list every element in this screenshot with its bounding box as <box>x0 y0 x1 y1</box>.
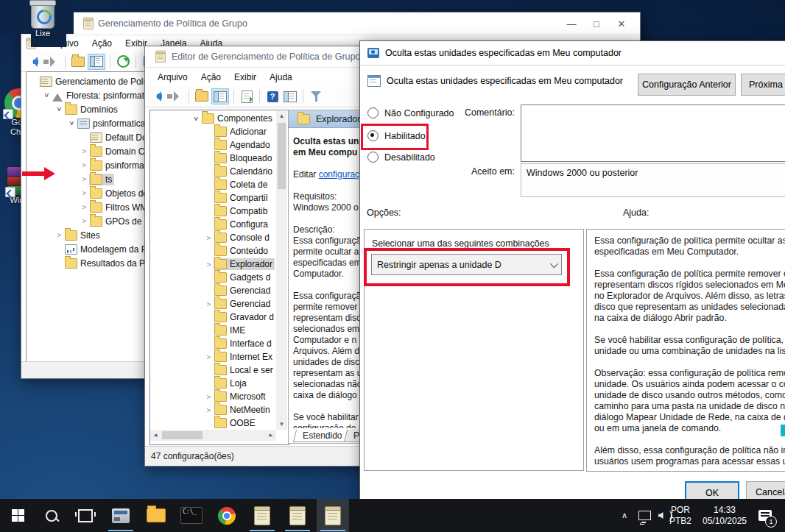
taskbar-file-explorer[interactable] <box>140 499 172 532</box>
expand-arrow-icon[interactable]: > <box>204 393 214 401</box>
refresh-button[interactable] <box>115 54 131 69</box>
tray-language[interactable]: POR PTB2 <box>663 499 698 532</box>
expand-arrow-icon[interactable]: > <box>68 118 76 128</box>
taskbar-command-prompt[interactable]: C:\_ <box>175 499 208 532</box>
taskbar-chrome[interactable] <box>211 499 243 532</box>
tree-item[interactable]: Compartil <box>150 191 289 205</box>
tree-item[interactable]: > Console d <box>150 231 289 244</box>
expand-arrow-icon[interactable]: > <box>80 203 89 211</box>
back-button[interactable] <box>150 89 166 104</box>
next-setting-button[interactable]: Próxima Configuração <box>741 74 785 96</box>
tab-estendido[interactable]: Estendido <box>293 430 352 442</box>
expand-arrow-icon[interactable]: > <box>204 260 214 269</box>
forward-button[interactable] <box>44 54 60 69</box>
expand-arrow-icon[interactable]: > <box>204 234 214 242</box>
tree-item[interactable]: Agendado <box>150 138 289 152</box>
tree-item[interactable]: Conteúdo <box>150 244 289 258</box>
radio-disabled[interactable]: Desabilitado <box>367 152 435 163</box>
tree-item-icon <box>90 216 102 227</box>
expand-arrow-icon[interactable]: > <box>80 161 89 169</box>
tree-item[interactable]: IME <box>150 324 289 337</box>
tree-item-label: Gravador d <box>230 312 274 322</box>
expand-arrow-icon[interactable]: > <box>55 104 63 114</box>
tree-item[interactable]: Interface d <box>150 337 289 350</box>
tree-item[interactable]: Local e ser <box>150 363 289 377</box>
drive-restriction-combobox[interactable]: Restringir apenas a unidade D <box>371 254 562 275</box>
tree-item[interactable]: Gerenciad <box>150 284 289 297</box>
taskbar-gp-editor-active[interactable] <box>317 499 349 532</box>
menu-item[interactable]: Ação <box>194 70 228 85</box>
standard-view-button[interactable] <box>282 89 298 104</box>
radio-icon[interactable] <box>367 107 379 118</box>
up-folder-button[interactable] <box>194 89 210 104</box>
tray-notifications[interactable]: 1 <box>754 499 776 532</box>
close-button[interactable]: ✕ <box>609 18 634 29</box>
tray-chevron[interactable]: ∧ <box>617 499 632 532</box>
dialog-titlebar[interactable]: Oculta estas unidades especificadas em M… <box>360 41 785 65</box>
taskbar-gp-editor[interactable] <box>281 499 314 532</box>
expand-arrow-icon[interactable]: > <box>204 406 214 414</box>
tree-item[interactable]: Gadgets d <box>150 271 289 284</box>
menu-item[interactable]: Ajuda <box>263 70 299 85</box>
expand-arrow-icon[interactable]: > <box>192 114 200 124</box>
expand-arrow-icon[interactable]: > <box>204 300 214 308</box>
tree-item[interactable]: Adicionar <box>150 125 289 138</box>
settings-count: 47 configuração(ões) <box>151 451 234 461</box>
expand-arrow-icon[interactable]: > <box>80 175 89 183</box>
tree-item-label: Bloqueado <box>230 153 272 163</box>
forward-button[interactable] <box>168 89 184 104</box>
tray-network[interactable] <box>635 499 654 532</box>
comment-textarea[interactable] <box>521 104 785 162</box>
minimize-button[interactable]: — <box>559 18 584 29</box>
expand-arrow-icon[interactable]: > <box>80 217 89 225</box>
tree-item[interactable]: OOBE <box>150 416 289 430</box>
tree-item-icon <box>214 180 227 190</box>
tree-item[interactable]: > Microsoft <box>150 390 289 403</box>
horizontal-scrollbar[interactable]: ◄ ► <box>150 430 276 441</box>
show-console-tree-button[interactable] <box>211 88 229 104</box>
tree-item[interactable]: > Gerenciad <box>150 297 289 311</box>
filter-button[interactable] <box>308 89 324 104</box>
tree-item[interactable]: > Internet Ex <box>150 350 289 363</box>
tree-item[interactable]: > Explorador <box>150 258 289 271</box>
taskbar-server-manager[interactable] <box>105 499 137 532</box>
task-view-button[interactable] <box>69 499 102 532</box>
tree-item[interactable]: > NetMeetin <box>150 403 289 416</box>
menu-item[interactable]: Ação <box>85 36 119 51</box>
expand-arrow-icon[interactable]: > <box>54 231 64 239</box>
scrollbar-thumb[interactable] <box>781 425 785 436</box>
radio-enabled[interactable]: Habilitado <box>367 130 426 141</box>
tree-item-label: Objetos de <box>105 188 148 199</box>
tree-item[interactable]: > Componentes <box>150 112 289 125</box>
expand-arrow-icon[interactable]: > <box>204 353 214 361</box>
expand-arrow-icon[interactable]: > <box>80 147 89 155</box>
start-button[interactable] <box>1 499 34 532</box>
export-list-button[interactable] <box>239 89 255 104</box>
radio-icon[interactable] <box>367 152 379 163</box>
search-button[interactable] <box>35 499 68 532</box>
tree-item[interactable]: Compatib <box>150 205 289 218</box>
expand-arrow-icon[interactable]: > <box>80 189 89 197</box>
tree-item[interactable]: Configura <box>150 218 289 231</box>
previous-setting-button[interactable]: Configuração Anterior <box>638 74 736 96</box>
back-button[interactable] <box>27 54 43 69</box>
tree-item[interactable]: Coleta de <box>150 178 289 191</box>
vertical-scrollbar[interactable]: ▲ ▼ <box>276 111 287 430</box>
tree-item[interactable]: Loja <box>150 377 289 390</box>
taskbar-gpmc[interactable] <box>246 499 278 532</box>
tree-item[interactable]: Gravador d <box>150 311 289 324</box>
up-folder-button[interactable] <box>70 54 86 69</box>
tree-item[interactable]: Calendário <box>150 165 289 178</box>
show-console-tree-button[interactable] <box>88 54 105 70</box>
edit-policy-link[interactable]: configuraç <box>319 169 359 180</box>
menu-item[interactable]: Exibir <box>228 70 263 85</box>
gpmc-titlebar[interactable]: Gerenciamento de Política de Grupo — □ ✕ <box>21 13 640 35</box>
tree-item[interactable]: Bloqueado <box>150 152 289 165</box>
tray-clock[interactable]: 14:33 05/10/2025 <box>698 499 751 532</box>
maximize-button[interactable]: □ <box>584 18 609 29</box>
expand-arrow-icon[interactable]: > <box>43 91 51 100</box>
radio-icon-selected[interactable] <box>367 130 379 141</box>
menu-item[interactable]: Arquivo <box>151 70 194 85</box>
help-button[interactable]: ? <box>264 89 281 104</box>
desktop-icon-recycle-bin[interactable]: Lixe <box>27 2 59 38</box>
